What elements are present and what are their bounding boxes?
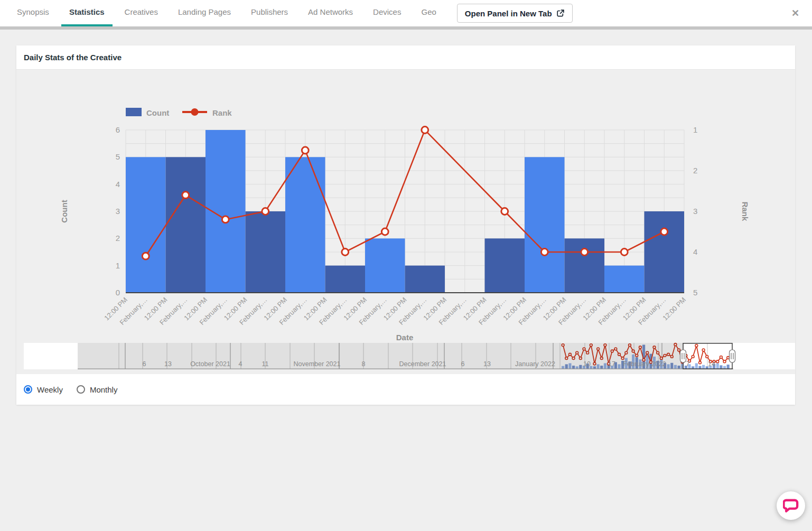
rank-marker xyxy=(541,249,548,256)
navigator-label: 10 xyxy=(583,360,591,368)
rank-marker xyxy=(182,192,189,199)
svg-text:2: 2 xyxy=(116,234,120,243)
tab-landing-pages[interactable]: Landing Pages xyxy=(170,0,239,26)
navigator-label: 4 xyxy=(239,360,242,368)
count-bar xyxy=(525,157,565,293)
svg-text:5: 5 xyxy=(693,288,697,297)
tab-list: SynopsisStatisticsCreativesLanding Pages… xyxy=(7,0,446,26)
top-tab-bar: SynopsisStatisticsCreativesLanding Pages… xyxy=(0,0,812,26)
tab-publishers[interactable]: Publishers xyxy=(243,0,296,26)
weekly-radio-circle[interactable] xyxy=(24,385,32,394)
navigator-label: 13 xyxy=(483,360,491,368)
svg-text:1: 1 xyxy=(693,125,697,134)
tab-ad-networks[interactable]: Ad Networks xyxy=(300,0,361,26)
svg-text:3: 3 xyxy=(693,207,697,216)
y-left-title: Count xyxy=(60,200,69,222)
daily-stats-chart: 01234561234512:00 PMFebruary,…12:00 PMFe… xyxy=(16,70,795,374)
open-panel-button[interactable]: Open Panel in New Tab xyxy=(457,4,573,23)
navigator-label: 14 xyxy=(708,360,715,368)
navigator-label: 8 xyxy=(362,360,366,368)
chat-bubble-icon xyxy=(783,498,799,513)
legend[interactable]: CountRank xyxy=(126,108,232,117)
navigator[interactable]: 613October 2021411November 20218December… xyxy=(24,343,795,369)
count-bar xyxy=(325,266,366,293)
open-panel-label: Open Panel in New Tab xyxy=(465,9,552,18)
rank-marker xyxy=(262,208,269,215)
monthly-radio[interactable]: Monthly xyxy=(77,385,118,394)
chart-area: 01234561234512:00 PMFebruary,…12:00 PMFe… xyxy=(16,70,795,374)
rank-marker xyxy=(422,127,428,134)
tab-devices[interactable]: Devices xyxy=(365,0,409,26)
tab-statistics[interactable]: Statistics xyxy=(61,0,113,26)
navigator-handle-right[interactable] xyxy=(730,350,735,362)
legend-count-swatch xyxy=(126,108,142,116)
svg-text:4: 4 xyxy=(116,180,120,189)
daily-stats-card: Daily Stats of the Creative 012345612345… xyxy=(16,45,795,405)
rank-marker xyxy=(342,249,349,256)
count-bar xyxy=(285,157,325,293)
svg-text:2: 2 xyxy=(693,166,697,175)
monthly-radio-circle[interactable] xyxy=(77,385,85,394)
count-bar xyxy=(405,266,445,293)
rank-marker xyxy=(142,253,149,259)
navigator-label: 7 xyxy=(686,360,690,368)
legend-rank-marker xyxy=(191,108,199,116)
navigator-label: January 2022 xyxy=(515,360,555,368)
x-axis-title: Date xyxy=(396,333,414,342)
navigator-label: 13 xyxy=(164,360,172,368)
tab-geo[interactable]: Geo xyxy=(413,0,444,26)
legend-count-label: Count xyxy=(146,108,169,117)
navigator-label: December 2021 xyxy=(399,360,446,368)
tab-creatives[interactable]: Creatives xyxy=(117,0,166,26)
svg-text:6: 6 xyxy=(116,125,120,134)
rank-marker xyxy=(302,147,309,154)
navigator-label: February 2022 xyxy=(623,360,666,368)
count-bar xyxy=(485,238,525,293)
external-link-icon xyxy=(556,9,565,17)
tab-synopsis[interactable]: Synopsis xyxy=(9,0,57,26)
card-title: Daily Stats of the Creative xyxy=(16,45,795,70)
navigator-handle-left[interactable] xyxy=(680,350,686,362)
svg-text:3: 3 xyxy=(116,207,120,216)
navigator-label: November 2021 xyxy=(294,360,341,368)
svg-text:0: 0 xyxy=(116,288,120,297)
rank-marker xyxy=(222,216,229,223)
navigator-label: 6 xyxy=(461,360,465,368)
count-bar xyxy=(166,157,206,293)
monthly-radio-label: Monthly xyxy=(90,385,118,394)
rank-marker xyxy=(381,228,388,235)
count-bar xyxy=(365,238,405,293)
live-chat-button[interactable] xyxy=(777,491,805,520)
weekly-radio-label: Weekly xyxy=(37,385,63,394)
close-icon[interactable]: ✕ xyxy=(791,0,799,26)
count-bar xyxy=(126,157,166,293)
count-bar xyxy=(246,211,286,293)
svg-text:5: 5 xyxy=(116,152,120,161)
count-bar xyxy=(565,238,605,293)
navigator-label: 6 xyxy=(143,360,146,368)
weekly-radio[interactable]: Weekly xyxy=(24,385,63,394)
svg-text:1: 1 xyxy=(116,261,120,270)
svg-text:4: 4 xyxy=(693,247,697,256)
rank-marker xyxy=(621,249,628,256)
rank-marker xyxy=(501,208,508,215)
navigator-label: 17 xyxy=(608,360,615,368)
header-divider xyxy=(0,26,812,30)
y-right-title: Rank xyxy=(741,202,750,221)
navigator-label: 11 xyxy=(262,360,269,368)
rank-marker xyxy=(581,249,588,256)
count-bar xyxy=(645,211,685,293)
rank-marker xyxy=(661,228,668,235)
legend-rank-label: Rank xyxy=(212,108,232,117)
count-bar xyxy=(604,266,645,293)
navigator-label: October 2021 xyxy=(190,360,230,368)
granularity-controls: Weekly Monthly xyxy=(16,374,795,405)
